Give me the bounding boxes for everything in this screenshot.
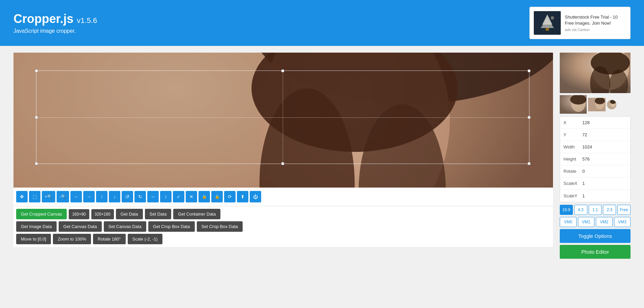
vm1-button[interactable]: VM1: [578, 217, 595, 227]
ad-text-area: Shutterstock Free Trial - 10 Free Images…: [565, 14, 626, 32]
cancel-button[interactable]: ✕: [186, 191, 197, 202]
flip-h-button[interactable]: ↔: [147, 191, 159, 202]
rotate-right-button[interactable]: ↻: [134, 191, 146, 202]
svg-rect-3: [546, 28, 549, 31]
size-320-button[interactable]: 320×180: [91, 209, 114, 219]
preview-small-2: [588, 98, 606, 111]
left-panel: ✥ ⬚ +🔍 -🔍 ← → ↑ ↓ ↺ ↻ ↔ ↕ ✓ ✕ 🔒 🔓 ⟳ ⬆ ⏻ …: [13, 53, 553, 303]
svg-point-4: [551, 16, 554, 20]
scaley-input[interactable]: [580, 190, 631, 202]
y-input[interactable]: [580, 129, 631, 141]
rotate-180-button[interactable]: Rotate 180°: [93, 234, 126, 244]
height-input[interactable]: [580, 153, 631, 165]
move-to-button[interactable]: Move to [0,0]: [16, 234, 51, 244]
app-name: Cropper.js: [13, 12, 73, 26]
ratio-free-button[interactable]: Free: [617, 205, 631, 215]
rotate-input[interactable]: [580, 165, 631, 177]
scale-button[interactable]: Scale (-2, -1): [128, 234, 162, 244]
ratio-buttons: 16:9 4:3 1:1 2:3 Free: [560, 205, 631, 215]
move-down-button[interactable]: ↓: [109, 191, 120, 202]
set-data-button[interactable]: Set Data: [145, 209, 172, 219]
upload-button[interactable]: ⬆: [237, 191, 248, 202]
width-input[interactable]: [580, 141, 631, 153]
move-left-button[interactable]: ←: [70, 191, 82, 202]
svg-rect-28: [588, 98, 606, 111]
action-row-1: Get Cropped Canvas 160×90 320×180 Get Da…: [16, 209, 550, 219]
get-cropped-canvas-button[interactable]: Get Cropped Canvas: [16, 209, 67, 219]
move-right-button[interactable]: →: [83, 191, 95, 202]
power-button[interactable]: ⏻: [250, 191, 261, 202]
vm3-button[interactable]: VM3: [614, 217, 631, 227]
vm2-button[interactable]: VM2: [596, 217, 613, 227]
get-image-data-button[interactable]: Get Image Data: [16, 221, 57, 232]
svg-rect-24: [560, 95, 587, 114]
crop-handle-br[interactable]: [528, 162, 530, 165]
get-crop-box-data-button[interactable]: Get Crop Box Data: [148, 221, 195, 232]
ad-sub: ads via Carbon: [565, 28, 626, 32]
ad-banner[interactable]: Shutterstock Free Trial - 10 Free Images…: [529, 7, 631, 39]
preview-sm3-image: [607, 100, 616, 109]
crop-handle-mr[interactable]: [528, 116, 530, 119]
y-label: Y: [560, 132, 580, 137]
action-row-2: Get Image Data Get Canvas Data Set Canva…: [16, 221, 550, 232]
photo-editor-button[interactable]: Photo Editor: [560, 245, 631, 259]
ad-tree-icon: [535, 13, 559, 33]
scalex-field-row: ScaleX: [560, 177, 630, 190]
x-label: X: [560, 120, 580, 125]
scalex-label: ScaleX: [560, 181, 580, 186]
move-up-button[interactable]: ↑: [96, 191, 108, 202]
crop-box[interactable]: [36, 71, 529, 164]
preview-small-3: [607, 100, 616, 109]
data-fields: X px Y px Width px Height px Rotate: [560, 116, 631, 202]
zoom-out-button[interactable]: -🔍: [57, 191, 69, 202]
toggle-options-button[interactable]: Toggle Options: [560, 229, 631, 243]
crop-handle-bl[interactable]: [35, 162, 38, 165]
preview-sm2-image: [588, 98, 606, 111]
ad-image: [534, 11, 561, 35]
rotate-left-button[interactable]: ↺: [122, 191, 133, 202]
get-container-data-button[interactable]: Get Container Data: [173, 209, 220, 219]
move-tool-button[interactable]: ✥: [16, 191, 28, 202]
ratio-2-3-button[interactable]: 2:3: [603, 205, 616, 215]
vm0-button[interactable]: VM0: [560, 217, 577, 227]
ratio-4-3-button[interactable]: 4:3: [574, 205, 587, 215]
set-crop-box-data-button[interactable]: Set Crop Box Data: [197, 221, 243, 232]
header-title: Cropper.js v1.5.6 JavaScript image cropp…: [13, 12, 97, 34]
set-canvas-data-button[interactable]: Set Canvas Data: [104, 221, 146, 232]
ratio-1-1-button[interactable]: 1:1: [589, 205, 602, 215]
y-field-row: Y px: [560, 129, 630, 141]
rotate-label: Rotate: [560, 169, 580, 174]
unlock-button[interactable]: 🔓: [211, 191, 223, 202]
right-panel: X px Y px Width px Height px Rotate: [560, 53, 631, 303]
x-input[interactable]: [580, 117, 631, 129]
svg-point-31: [610, 100, 616, 104]
reset-button[interactable]: ⟳: [224, 191, 236, 202]
flip-v-button[interactable]: ↕: [160, 191, 172, 202]
zoom-to-button[interactable]: Zoom to 100%: [53, 234, 91, 244]
crop-handle-ml[interactable]: [35, 116, 38, 119]
preview-large: [560, 53, 631, 93]
crop-handle-tm[interactable]: [281, 69, 284, 72]
confirm-button[interactable]: ✓: [173, 191, 184, 202]
actions-area: Get Cropped Canvas 160×90 320×180 Get Da…: [13, 206, 553, 247]
preview-small-row: [560, 95, 631, 114]
ratio-16-9-button[interactable]: 16:9: [560, 205, 573, 215]
cropper-container[interactable]: [13, 53, 553, 188]
crop-handle-bm[interactable]: [281, 162, 284, 165]
ad-headline: Shutterstock Free Trial - 10 Free Images…: [565, 14, 626, 26]
zoom-in-button[interactable]: +🔍: [42, 191, 55, 202]
toolbar: ✥ ⬚ +🔍 -🔍 ← → ↑ ↓ ↺ ↻ ↔ ↕ ✓ ✕ 🔒 🔓 ⟳ ⬆ ⏻: [13, 188, 553, 206]
crop-tool-button[interactable]: ⬚: [29, 191, 40, 202]
size-160-button[interactable]: 160×90: [69, 209, 89, 219]
get-canvas-data-button[interactable]: Get Canvas Data: [59, 221, 102, 232]
crop-handle-tr[interactable]: [528, 69, 530, 72]
get-data-button[interactable]: Get Data: [116, 209, 143, 219]
crop-handle-tl[interactable]: [35, 69, 38, 72]
action-row-3: Move to [0,0] Zoom to 100% Rotate 180° S…: [16, 234, 550, 244]
scaley-field-row: ScaleY: [560, 190, 630, 202]
lock-button[interactable]: 🔒: [198, 191, 210, 202]
app-subtitle: JavaScript image cropper.: [13, 28, 97, 34]
height-field-row: Height px: [560, 153, 630, 165]
preview-sm1-image: [560, 95, 587, 114]
scalex-input[interactable]: [580, 177, 631, 189]
